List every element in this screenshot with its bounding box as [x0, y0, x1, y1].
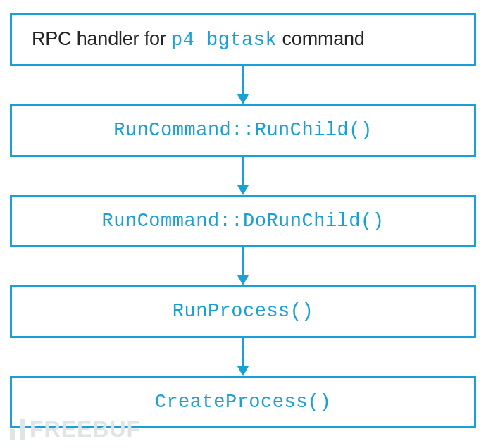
watermark-bars-icon: [10, 419, 25, 440]
node-code: CreateProcess(): [155, 392, 332, 413]
svg-marker-3: [237, 185, 249, 195]
svg-marker-5: [237, 275, 249, 285]
node-code: RunCommand::RunChild(): [113, 120, 372, 141]
node-run-process: RunProcess(): [10, 285, 476, 337]
node-text-prefix: RPC handler for: [32, 28, 171, 49]
node-text-suffix: command: [277, 28, 364, 49]
svg-marker-1: [237, 94, 249, 104]
call-flow-diagram: RPC handler for p4 bgtask command RunCom…: [10, 13, 476, 428]
node-code: RunProcess(): [173, 301, 313, 322]
svg-marker-7: [237, 366, 249, 376]
watermark: FREEBUF: [10, 416, 141, 442]
node-code: p4 bgtask: [171, 30, 277, 51]
node-code: RunCommand::DoRunChild(): [102, 211, 385, 232]
watermark-text: FREEBUF: [30, 416, 141, 442]
arrow-icon: [236, 247, 250, 285]
arrow-icon: [236, 338, 250, 376]
node-run-child: RunCommand::RunChild(): [10, 104, 476, 156]
node-rpc-handler: RPC handler for p4 bgtask command: [10, 13, 476, 66]
node-do-run-child: RunCommand::DoRunChild(): [10, 195, 476, 247]
arrow-icon: [236, 66, 250, 104]
arrow-icon: [236, 157, 250, 195]
